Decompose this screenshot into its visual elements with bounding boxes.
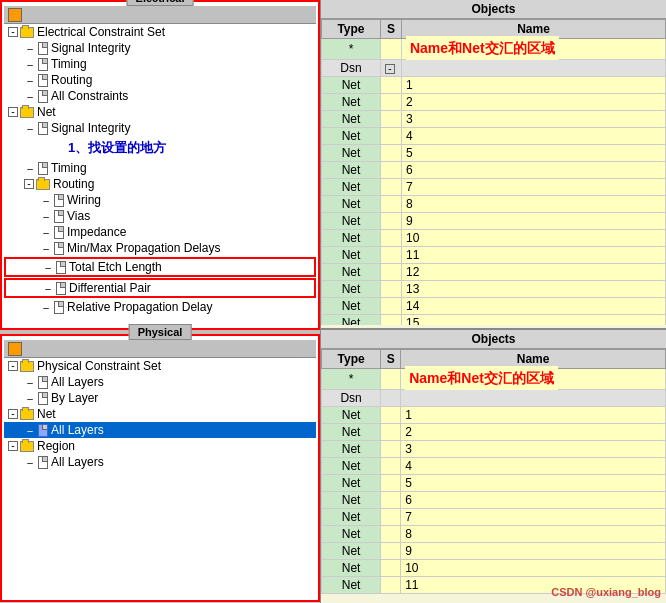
collapse-region[interactable]: -: [8, 441, 18, 451]
collapse-phys-net[interactable]: -: [8, 409, 18, 419]
table-row[interactable]: Net6: [322, 492, 666, 509]
region-all-layers-item[interactable]: – All Layers: [4, 454, 316, 470]
net-total-etch-item[interactable]: – Total Etch Length: [4, 257, 316, 277]
s-cell: [381, 560, 401, 577]
phys-net-item[interactable]: - Net: [4, 406, 316, 422]
type-cell: Net: [322, 475, 381, 492]
net-relative-prop-item[interactable]: – Relative Propagation Delay: [4, 299, 316, 315]
net-routing-label: Routing: [53, 177, 94, 191]
ecs-timing-item[interactable]: – Timing: [4, 56, 316, 72]
net-routing-folder-item[interactable]: - Routing: [4, 176, 316, 192]
net-diff-pair-item[interactable]: – Differential Pair: [4, 278, 316, 298]
table-row[interactable]: Net5: [322, 475, 666, 492]
upper-table-scroll[interactable]: Type S Name * Name和Net交汇的区域: [321, 19, 666, 325]
table-row[interactable]: Net14: [322, 298, 666, 315]
leaf-icon: –: [40, 301, 52, 313]
net-timing-item[interactable]: – Timing: [4, 160, 316, 176]
dsn-minus[interactable]: -: [385, 64, 395, 74]
leaf-icon: –: [24, 42, 36, 54]
physical-tab[interactable]: Physical: [129, 324, 192, 340]
table-row[interactable]: Net2: [322, 94, 666, 111]
type-cell: Net: [322, 230, 381, 247]
type-cell: Net: [322, 458, 381, 475]
table-row[interactable]: Net4: [322, 128, 666, 145]
ecs-signal-integrity-item[interactable]: – Signal Integrity: [4, 40, 316, 56]
left-panel: Electrical - Electrical Constraint Set –…: [0, 0, 320, 603]
ecs-all-constraints-item[interactable]: – All Constraints: [4, 88, 316, 104]
leaf-icon: –: [40, 242, 52, 254]
table-row[interactable]: Net9: [322, 213, 666, 230]
doc-icon: [38, 58, 48, 71]
table-row[interactable]: Net2: [322, 424, 666, 441]
table-row[interactable]: Net8: [322, 526, 666, 543]
net-wiring-item[interactable]: – Wiring: [4, 192, 316, 208]
ecs-routing-item[interactable]: – Routing: [4, 72, 316, 88]
name-cell: 8: [401, 196, 665, 213]
collapse-pcs[interactable]: -: [8, 361, 18, 371]
type-cell: Net: [322, 213, 381, 230]
s-cell: [381, 492, 401, 509]
doc-icon: [38, 42, 48, 55]
s-cell: [380, 196, 401, 213]
table-row[interactable]: Net10: [322, 230, 666, 247]
lower-table-scroll[interactable]: Type S Name * Name和Net交汇的区域: [321, 349, 666, 600]
ecs-all-constraints-label: All Constraints: [51, 89, 128, 103]
type-cell: Net: [322, 128, 381, 145]
net-section-item[interactable]: - Net: [4, 104, 316, 120]
type-cell: Net: [322, 526, 381, 543]
doc-icon: [38, 376, 48, 389]
doc-icon: [54, 194, 64, 207]
physical-constraint-set-item[interactable]: - Physical Constraint Set: [4, 358, 316, 374]
lower-type-header: Type: [322, 350, 381, 369]
table-row[interactable]: Net1: [322, 407, 666, 424]
table-row[interactable]: Net7: [322, 179, 666, 196]
table-row[interactable]: Net9: [322, 543, 666, 560]
dsn-row-lower: Dsn: [322, 390, 666, 407]
table-row[interactable]: Net15: [322, 315, 666, 326]
table-row[interactable]: Net8: [322, 196, 666, 213]
leaf-icon: –: [42, 261, 54, 273]
table-row[interactable]: Net4: [322, 458, 666, 475]
net-impedance-item[interactable]: – Impedance: [4, 224, 316, 240]
name-cell: 7: [401, 509, 666, 526]
region-item[interactable]: - Region: [4, 438, 316, 454]
s-cell: [381, 424, 401, 441]
s-cell: [381, 577, 401, 594]
star-cell: *: [322, 39, 381, 60]
electrical-constraint-set-label: Electrical Constraint Set: [37, 25, 165, 39]
collapse-net-routing[interactable]: -: [24, 179, 34, 189]
net-minmax-item[interactable]: – Min/Max Propagation Delays: [4, 240, 316, 256]
lower-s-header: S: [381, 350, 401, 369]
type-cell: Net: [322, 298, 381, 315]
table-row[interactable]: Net5: [322, 145, 666, 162]
phys-net-all-layers-item[interactable]: – All Layers: [4, 422, 316, 438]
table-row[interactable]: Net3: [322, 441, 666, 458]
leaf-icon: –: [40, 226, 52, 238]
dsn-type: Dsn: [322, 60, 381, 77]
table-row: * Name和Net交汇的区域: [322, 39, 666, 60]
electrical-section: Electrical - Electrical Constraint Set –…: [0, 0, 320, 330]
table-row[interactable]: Net3: [322, 111, 666, 128]
doc-icon: [38, 74, 48, 87]
table-row[interactable]: Net10: [322, 560, 666, 577]
table-row[interactable]: Net7: [322, 509, 666, 526]
s-cell: [380, 264, 401, 281]
net-timing-label: Timing: [51, 161, 87, 175]
net-signal-integrity-item[interactable]: – Signal Integrity: [4, 120, 316, 136]
table-row[interactable]: Net13: [322, 281, 666, 298]
electrical-tree: - Electrical Constraint Set – Signal Int…: [2, 2, 318, 328]
net-vias-item[interactable]: – Vias: [4, 208, 316, 224]
name-cell: 5: [401, 145, 665, 162]
net-label: Net: [37, 105, 56, 119]
pcs-by-layer-item[interactable]: – By Layer: [4, 390, 316, 406]
collapse-net[interactable]: -: [8, 107, 18, 117]
table-row[interactable]: Net6: [322, 162, 666, 179]
table-row[interactable]: Net1: [322, 77, 666, 94]
type-cell: Net: [322, 281, 381, 298]
pcs-all-layers-item[interactable]: – All Layers: [4, 374, 316, 390]
electrical-constraint-set-item[interactable]: - Electrical Constraint Set: [4, 24, 316, 40]
table-row[interactable]: Net12: [322, 264, 666, 281]
table-row[interactable]: Net11: [322, 247, 666, 264]
electrical-tab[interactable]: Electrical: [127, 0, 194, 6]
collapse-electrical-constraint-set[interactable]: -: [8, 27, 18, 37]
